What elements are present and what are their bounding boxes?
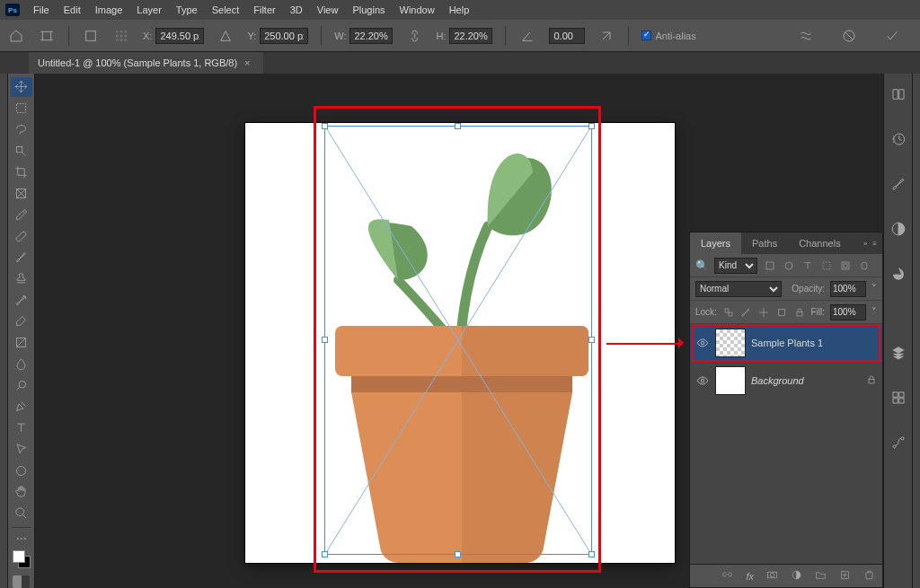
w-input[interactable] <box>349 28 393 44</box>
type-tool[interactable] <box>11 418 32 438</box>
home-icon[interactable] <box>7 27 25 45</box>
layer-mask-icon[interactable] <box>766 569 778 583</box>
layer-filter-select[interactable]: Kind <box>714 258 757 274</box>
layer-row-background[interactable]: Background <box>690 362 882 399</box>
panel-collapse-icon[interactable]: » <box>863 240 867 248</box>
menu-help[interactable]: Help <box>443 0 476 20</box>
filter-smart-icon[interactable] <box>838 259 852 272</box>
menu-edit[interactable]: Edit <box>58 0 87 20</box>
layer-name[interactable]: Background <box>751 375 804 386</box>
filter-shape-icon[interactable] <box>819 259 833 272</box>
swatches-icon[interactable] <box>887 262 910 285</box>
lock-all-icon[interactable] <box>793 305 806 319</box>
link-layers-icon[interactable] <box>721 569 733 583</box>
move-tool[interactable] <box>11 77 32 97</box>
pen-tool[interactable] <box>11 397 32 417</box>
menu-image[interactable]: Image <box>89 0 129 20</box>
layers-strip-icon[interactable] <box>887 341 910 364</box>
menu-plugins[interactable]: Plugins <box>346 0 391 20</box>
gradient-tool[interactable] <box>11 333 32 353</box>
channels-tab[interactable]: Channels <box>788 233 851 254</box>
object-select-tool[interactable] <box>11 141 32 161</box>
filter-adjust-icon[interactable] <box>782 259 795 272</box>
layer-fx-icon[interactable]: fx <box>746 571 754 582</box>
opacity-input[interactable] <box>830 281 866 297</box>
rotation-input[interactable] <box>549 28 585 44</box>
new-layer-icon[interactable] <box>839 569 851 583</box>
hand-tool[interactable] <box>11 482 32 502</box>
eyedropper-tool[interactable] <box>11 205 32 224</box>
quickmask-toggle[interactable] <box>13 575 30 588</box>
delete-layer-icon[interactable] <box>863 569 875 583</box>
fill-input[interactable] <box>830 304 866 320</box>
menu-view[interactable]: View <box>311 0 345 20</box>
stamp-tool[interactable] <box>11 269 32 289</box>
reference-point-icon[interactable] <box>82 27 100 45</box>
layers-tab[interactable]: Layers <box>690 233 741 254</box>
lock-artboard-icon[interactable] <box>775 305 788 319</box>
lock-transparency-icon[interactable] <box>722 305 735 319</box>
transform-icon[interactable] <box>38 27 56 45</box>
skew-icon[interactable] <box>597 27 615 45</box>
lock-pixels-icon[interactable] <box>740 305 753 319</box>
layer-row-sample-plants[interactable]: Sample Plants 1 <box>690 324 882 362</box>
lasso-tool[interactable] <box>11 119 32 139</box>
menu-select[interactable]: Select <box>206 0 246 20</box>
toolbox: ⋯ <box>8 74 35 588</box>
zoom-tool[interactable] <box>11 504 32 523</box>
lock-position-icon[interactable] <box>757 305 770 319</box>
shape-tool[interactable] <box>11 461 32 480</box>
learn-icon[interactable] <box>887 83 910 106</box>
antialias-checkbox[interactable] <box>641 31 651 40</box>
menu-3d[interactable]: 3D <box>284 0 309 20</box>
menu-window[interactable]: Window <box>394 0 441 20</box>
svg-point-3 <box>120 31 122 32</box>
history-brush-tool[interactable] <box>11 290 32 310</box>
color-swatches[interactable] <box>13 550 31 568</box>
path-select-tool[interactable] <box>11 439 32 459</box>
link-wh-icon[interactable] <box>405 27 423 45</box>
filter-type-icon[interactable] <box>801 259 814 272</box>
blur-tool[interactable] <box>11 355 32 374</box>
eraser-tool[interactable] <box>11 312 32 331</box>
filter-pixel-icon[interactable] <box>763 259 776 272</box>
menu-file[interactable]: File <box>27 0 56 20</box>
group-layers-icon[interactable] <box>815 569 827 583</box>
blend-mode-select[interactable]: Normal <box>695 281 782 297</box>
menu-type[interactable]: Type <box>170 0 204 20</box>
adjustments-icon[interactable] <box>887 217 910 241</box>
visibility-toggle-icon[interactable] <box>695 374 710 387</box>
menu-filter[interactable]: Filter <box>247 0 281 20</box>
document-tab[interactable]: Untitled-1 @ 100% (Sample Plants 1, RGB/… <box>29 52 263 74</box>
warp-icon[interactable] <box>796 26 816 46</box>
transform-bounding-box[interactable] <box>324 126 592 555</box>
brush-tool[interactable] <box>11 248 32 268</box>
x-input[interactable] <box>155 28 204 44</box>
channels-strip-icon[interactable] <box>887 386 910 409</box>
history-icon[interactable] <box>887 127 910 151</box>
edit-toolbar-icon[interactable]: ⋯ <box>11 532 32 545</box>
brushes-icon[interactable] <box>887 172 910 196</box>
menu-layer[interactable]: Layer <box>130 0 168 20</box>
cancel-transform-icon[interactable] <box>839 26 859 46</box>
paths-tab[interactable]: Paths <box>741 233 788 254</box>
visibility-toggle-icon[interactable] <box>695 337 710 349</box>
paths-strip-icon[interactable] <box>887 431 910 454</box>
delta-icon[interactable] <box>217 27 234 45</box>
filter-toggle-icon[interactable] <box>857 259 871 272</box>
y-input[interactable] <box>260 28 308 44</box>
lock-icon[interactable] <box>866 374 877 387</box>
close-tab-icon[interactable]: × <box>244 57 250 68</box>
reference-grid-icon[interactable] <box>112 27 130 45</box>
layer-name[interactable]: Sample Plants 1 <box>751 338 823 348</box>
search-layers-icon[interactable]: 🔍 <box>695 259 709 272</box>
commit-transform-icon[interactable] <box>882 26 902 46</box>
healing-tool[interactable] <box>11 226 32 246</box>
frame-tool[interactable] <box>11 184 32 204</box>
h-input[interactable] <box>449 28 492 44</box>
crop-tool[interactable] <box>11 162 32 182</box>
marquee-tool[interactable] <box>11 99 32 118</box>
adjustment-layer-icon[interactable] <box>791 569 802 583</box>
dodge-tool[interactable] <box>11 375 32 395</box>
panel-menu-icon[interactable]: ≡ <box>872 240 877 248</box>
